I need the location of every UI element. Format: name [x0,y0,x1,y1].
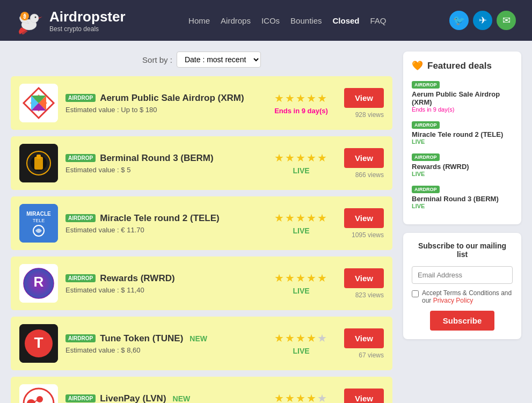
main-nav: Home Airdrops ICOs Bounties Closed FAQ [188,16,386,25]
deal-title: Miracle Tele round 2 (TELE) [100,213,220,224]
svg-text:₿: ₿ [23,13,26,19]
svg-point-1 [30,14,39,23]
deal-title-row: AIRDROP Miracle Tele round 2 (TELE) [65,213,261,224]
deal-value: Estimated value : $ 5 [65,166,261,174]
deal-value: Estimated value : Up to $ 180 [65,106,261,114]
deal-logo [19,84,58,122]
featured-name: Aerum Public Sale Airdrop (XRM) [412,90,513,106]
logo-area: ₿ Airdropster Best crypto deals [16,6,126,34]
deal-status: LIVE [293,226,309,235]
svg-text:MIRACLE: MIRACLE [26,211,51,217]
deal-value: Estimated value : $ 11,40 [65,286,261,294]
social-icons: 🐦 ✈ ✉ [449,11,516,30]
deal-stars: ★★★★★ [274,92,328,105]
deal-stars: ★★★★★ [274,272,328,284]
view-button[interactable]: View [344,389,384,404]
subscribe-button[interactable]: Subscribe [430,311,495,331]
sort-select[interactable]: Date : most recent Date : oldest Views R… [177,52,261,68]
deal-status: Ends in 9 day(s) [274,107,328,115]
telegram-icon[interactable]: ✈ [473,11,492,30]
deal-value: Estimated value : € 11.70 [65,226,261,234]
deal-right: View 823 views [341,268,384,299]
deal-logo: R [19,264,58,303]
twitter-icon[interactable]: 🐦 [449,11,469,30]
deal-middle: ★★★★★ LIVE [269,211,333,235]
email-input[interactable] [412,266,513,284]
featured-list: AIRDROP Aerum Public Sale Airdrop (XRM) … [412,79,513,209]
views-count: 823 views [355,291,384,299]
views-count: 1095 views [352,231,384,239]
deal-status: LIVE [293,347,309,355]
deal-title: Berminal Round 3 (BERM) [100,153,214,164]
deal-status: LIVE [293,287,309,295]
featured-item: AIRDROP Rewards (RWRD) LIVE [412,151,513,177]
deal-title: LivenPay (LVN) [100,393,166,404]
deal-info: AIRDROP LivenPay (LVN) NEW Estimated val… [65,393,261,404]
airdrop-badge: AIRDROP [65,394,96,402]
deal-title-row: AIRDROP LivenPay (LVN) NEW [65,393,261,404]
featured-badge: AIRDROP [412,153,440,161]
deal-card-miracle: MIRACLE TELE AIRDROP Miracle Tele round … [11,196,392,250]
view-button[interactable]: View [344,88,384,108]
featured-name: Miracle Tele round 2 (TELE) [412,130,513,138]
svg-rect-16 [37,155,41,159]
tagline: Best crypto deals [49,25,126,33]
site-name: Airdropster [49,9,126,25]
deal-stars: ★★★★★ [274,211,328,224]
deal-info: AIRDROP Tune Token (TUNE) NEW Estimated … [65,333,261,354]
deal-card-rewards: R AIRDROP Rewards (RWRD) Estimated value… [11,257,392,310]
featured-badge: AIRDROP [412,186,440,193]
deal-info: AIRDROP Berminal Round 3 (BERM) Estimate… [65,153,261,174]
airdrop-badge: AIRDROP [65,214,96,222]
deal-card-liven: AIRDROP LivenPay (LVN) NEW Estimated val… [11,377,392,403]
featured-item: AIRDROP Berminal Round 3 (BERM) LIVE [412,184,513,209]
nav-airdrops[interactable]: Airdrops [221,16,251,25]
nav-closed[interactable]: Closed [332,16,359,25]
featured-badge: AIRDROP [412,81,440,89]
svg-point-2 [35,17,37,18]
email-icon[interactable]: ✉ [497,11,516,30]
deal-stars: ★★★★★ [274,332,328,345]
deal-status: LIVE [293,166,309,175]
nav-icos[interactable]: ICOs [261,16,280,25]
subscribe-title: Subscribe to our mailing list [412,241,513,259]
svg-text:TELE: TELE [33,218,45,223]
featured-status: Ends in 9 day(s) [412,106,513,113]
deal-right: View 866 views [341,148,384,179]
terms-checkbox[interactable] [412,290,419,297]
views-count: 866 views [355,171,384,179]
airdrop-badge: AIRDROP [65,94,96,102]
deals-list: AIRDROP Aerum Public Sale Airdrop (XRM) … [11,76,392,403]
view-button[interactable]: View [344,208,384,228]
deal-title-row: AIRDROP Rewards (RWRD) [65,273,261,284]
deal-value: Estimated value : $ 8,60 [65,346,261,354]
privacy-link[interactable]: Privacy Policy [433,297,473,304]
nav-home[interactable]: Home [188,16,210,25]
left-column: Sort by : Date : most recent Date : olde… [11,52,392,403]
deal-logo [19,384,58,403]
terms-text: Accept Terms & Conditions and our Privac… [422,289,513,304]
nav-bounties[interactable]: Bounties [290,16,322,25]
view-button[interactable]: View [344,268,384,288]
header: ₿ Airdropster Best crypto deals Home Air… [0,0,532,41]
featured-card: 🧡 Featured deals AIRDROP Aerum Public Sa… [403,52,521,224]
deal-info: AIRDROP Aerum Public Sale Airdrop (XRM) … [65,93,261,114]
featured-name: Berminal Round 3 (BERM) [412,195,513,203]
logo-text: Airdropster Best crypto deals [49,9,126,33]
deal-right: View 1095 views [341,208,384,239]
deal-info: AIRDROP Miracle Tele round 2 (TELE) Esti… [65,213,261,234]
heart-icon: 🧡 [412,60,423,71]
featured-badge: AIRDROP [412,121,440,129]
nav-faq[interactable]: FAQ [370,16,387,25]
view-button[interactable]: View [344,148,384,168]
deal-right: View 173 views [341,389,384,404]
view-button[interactable]: View [344,328,384,348]
deal-info: AIRDROP Rewards (RWRD) Estimated value :… [65,273,261,294]
deal-title-row: AIRDROP Berminal Round 3 (BERM) [65,153,261,164]
deal-logo [19,144,58,182]
deal-title-row: AIRDROP Aerum Public Sale Airdrop (XRM) [65,93,261,104]
airdrop-badge: AIRDROP [65,334,96,342]
featured-title: 🧡 Featured deals [412,60,513,71]
deal-right: View 928 views [341,88,384,119]
deal-middle: ★★★★★ Ends in 9 day(s) [269,92,333,115]
